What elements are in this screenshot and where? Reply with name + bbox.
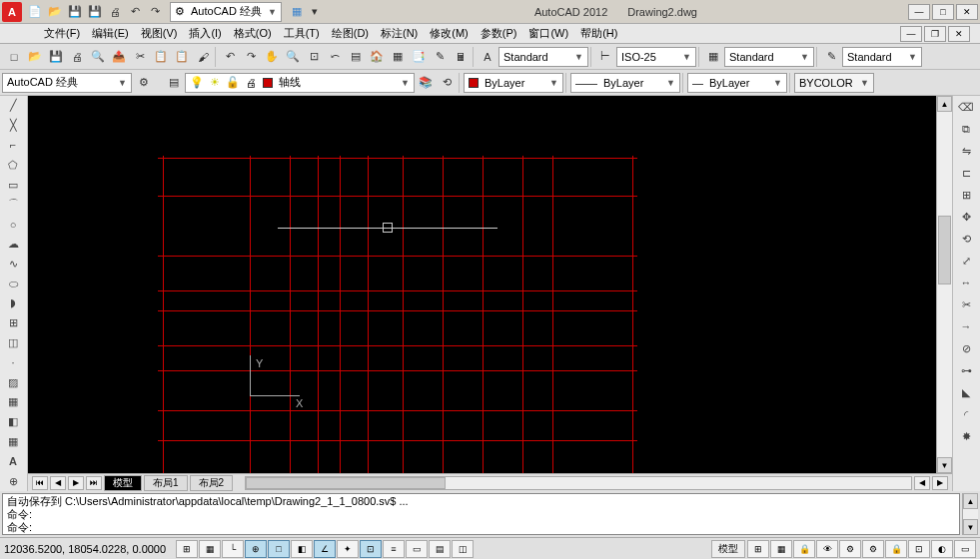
properties-icon[interactable]: ▤ <box>346 47 366 67</box>
save-icon[interactable]: 💾 <box>66 3 84 21</box>
tab-layout2[interactable]: 布局2 <box>190 475 234 491</box>
tab-layout1[interactable]: 布局1 <box>144 475 188 491</box>
ellipse-arc-tool[interactable]: ◗ <box>2 295 24 311</box>
array-tool[interactable]: ⊞ <box>955 186 977 204</box>
linetype-selector[interactable]: —— ByLayer ▼ <box>570 73 680 93</box>
markup-icon[interactable]: ✎ <box>430 47 450 67</box>
dimstyle-selector[interactable]: ISO-25 ▼ <box>616 47 696 67</box>
osnap-toggle[interactable]: □ <box>268 540 290 558</box>
menu-parametric[interactable]: 参数(P) <box>475 24 523 43</box>
copy-icon[interactable]: 📋 <box>151 47 171 67</box>
move-tool[interactable]: ✥ <box>955 208 977 226</box>
open-file-icon[interactable]: 📂 <box>25 47 45 67</box>
dropdown-icon[interactable]: ▾ <box>306 3 324 21</box>
tablestyle-icon[interactable]: ▦ <box>703 47 723 67</box>
close-button[interactable]: ✕ <box>956 4 978 20</box>
app-logo[interactable]: A <box>2 2 22 22</box>
tablestyle-selector[interactable]: Standard ▼ <box>724 47 814 67</box>
tab-prev-button[interactable]: ◀ <box>50 476 66 490</box>
scroll-right-button[interactable]: ▶ <box>932 476 948 490</box>
drawing-canvas[interactable]: Y X <box>28 96 936 473</box>
zoom-rt-icon[interactable]: 🔍 <box>283 47 303 67</box>
menu-help[interactable]: 帮助(H) <box>574 24 623 43</box>
cut-icon[interactable]: ✂ <box>130 47 150 67</box>
layer-selector[interactable]: 💡 ☀ 🔓 🖨 轴线 ▼ <box>185 73 415 93</box>
redo-tb-icon[interactable]: ↷ <box>241 47 261 67</box>
menu-edit[interactable]: 编辑(E) <box>86 24 135 43</box>
dyn-toggle[interactable]: ⊡ <box>360 540 382 558</box>
pan-icon[interactable]: ✋ <box>262 47 282 67</box>
new-icon[interactable]: 📄 <box>26 3 44 21</box>
offset-tool[interactable]: ⊏ <box>955 164 977 182</box>
match-icon[interactable]: 🖌 <box>193 47 213 67</box>
tab-first-button[interactable]: ⏮ <box>32 476 48 490</box>
publish-icon[interactable]: 📤 <box>109 47 129 67</box>
ducs-toggle[interactable]: ✦ <box>337 540 359 558</box>
print-icon[interactable]: 🖨 <box>106 3 124 21</box>
horizontal-scrollbar[interactable] <box>245 476 912 490</box>
menu-window[interactable]: 窗口(W) <box>522 24 574 43</box>
revcloud-tool[interactable]: ☁ <box>2 237 24 253</box>
qview-layouts-icon[interactable]: ⊞ <box>747 540 769 558</box>
calc-icon[interactable]: 🖩 <box>451 47 471 67</box>
menu-file[interactable]: 文件(F) <box>38 24 86 43</box>
hatch-tool[interactable]: ▨ <box>2 374 24 390</box>
new-file-icon[interactable]: □ <box>4 47 24 67</box>
layer-props-icon[interactable]: ▤ <box>164 73 184 93</box>
toolpalette-icon[interactable]: ▦ <box>388 47 408 67</box>
grid-apps-icon[interactable]: ▦ <box>288 3 306 21</box>
qp-toggle[interactable]: ▤ <box>429 540 451 558</box>
plotstyle-selector[interactable]: BYCOLOR ▼ <box>794 73 874 93</box>
join-tool[interactable]: ⊶ <box>955 361 977 379</box>
scroll-left-button[interactable]: ◀ <box>914 476 930 490</box>
save-file-icon[interactable]: 💾 <box>46 47 66 67</box>
maximize-button[interactable]: □ <box>932 4 954 20</box>
otrack-toggle[interactable]: ∠ <box>314 540 336 558</box>
polygon-tool[interactable]: ⬠ <box>2 157 24 173</box>
toolbar-lock-icon[interactable]: 🔒 <box>885 540 907 558</box>
tpy-toggle[interactable]: ▭ <box>406 540 428 558</box>
stretch-tool[interactable]: ↔ <box>955 274 977 291</box>
doc-minimize-button[interactable]: — <box>900 26 922 42</box>
spline-tool[interactable]: ∿ <box>2 256 24 272</box>
annoscale-icon[interactable]: 🔒 <box>793 540 815 558</box>
scroll-up-button[interactable]: ▲ <box>937 96 952 112</box>
lwt-toggle[interactable]: ≡ <box>383 540 405 558</box>
gradient-tool[interactable]: ▦ <box>2 394 24 410</box>
command-window[interactable]: 自动保存到 C:\Users\Administrator\appdata\loc… <box>2 493 960 535</box>
ortho-toggle[interactable]: └ <box>222 540 244 558</box>
cmd-scroll-up[interactable]: ▲ <box>963 493 978 509</box>
addselected-tool[interactable]: ⊕ <box>2 473 24 489</box>
scale-tool[interactable]: ⤢ <box>955 252 977 270</box>
rotate-tool[interactable]: ⟲ <box>955 230 977 248</box>
extend-tool[interactable]: → <box>955 317 977 335</box>
workspace-tb-selector[interactable]: AutoCAD 经典 ▼ <box>2 73 132 93</box>
region-tool[interactable]: ◧ <box>2 414 24 430</box>
explode-tool[interactable]: ✸ <box>955 427 977 445</box>
chamfer-tool[interactable]: ◣ <box>955 383 977 401</box>
circle-tool[interactable]: ○ <box>2 217 24 233</box>
hardware-icon[interactable]: ⊡ <box>908 540 930 558</box>
xline-tool[interactable]: ╳ <box>2 118 24 134</box>
isolate-icon[interactable]: ◐ <box>931 540 953 558</box>
color-selector[interactable]: ByLayer ▼ <box>464 73 563 93</box>
doc-restore-button[interactable]: ❐ <box>924 26 946 42</box>
point-tool[interactable]: · <box>2 354 24 370</box>
menu-tools[interactable]: 工具(T) <box>278 24 326 43</box>
mirror-tool[interactable]: ⇋ <box>955 142 977 160</box>
doc-close-button[interactable]: ✕ <box>948 26 970 42</box>
layer-states-icon[interactable]: 📚 <box>416 73 436 93</box>
menu-draw[interactable]: 绘图(D) <box>326 24 375 43</box>
menu-dimension[interactable]: 标注(N) <box>375 24 424 43</box>
erase-tool[interactable]: ⌫ <box>955 98 977 116</box>
ellipse-tool[interactable]: ⬭ <box>2 276 24 291</box>
line-tool[interactable]: ╱ <box>2 98 24 114</box>
undo-tb-icon[interactable]: ↶ <box>220 47 240 67</box>
design-center-icon[interactable]: 🏠 <box>367 47 387 67</box>
table-tool[interactable]: ▦ <box>2 434 24 450</box>
textstyle-selector[interactable]: Standard ▼ <box>498 47 588 67</box>
arc-tool[interactable]: ⌒ <box>2 197 24 213</box>
coordinates-display[interactable]: 12036.5200, 18054.0228, 0.0000 <box>4 543 174 555</box>
menu-format[interactable]: 格式(O) <box>228 24 278 43</box>
make-block-tool[interactable]: ◫ <box>2 335 24 351</box>
